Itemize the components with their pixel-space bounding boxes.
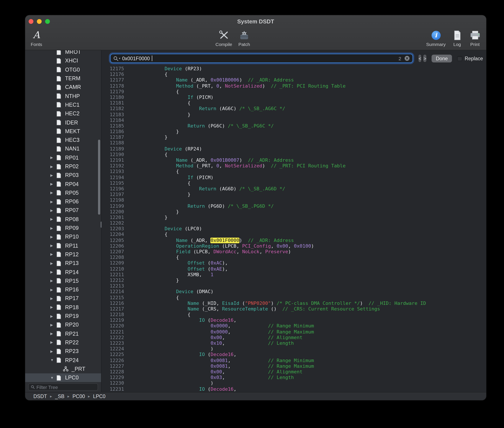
toolbar-button-compile[interactable]: Compile [211,29,237,49]
toolbar-button-patch[interactable]: Patch [234,29,254,49]
disclosure-triangle-icon[interactable] [50,341,56,345]
disclosure-triangle-icon[interactable] [50,182,56,186]
code-lines[interactable]: 12175 Device (RP23)12176 {12177 Name (_A… [101,66,486,392]
sidebar-item-hec3[interactable]: HEC3 [25,136,101,145]
sidebar-item-label: RP01 [65,155,79,161]
sidebar-item-rp02[interactable]: RP02 [25,162,101,171]
sidebar-item-rp10[interactable]: RP10 [25,232,101,241]
sidebar-item-label: MROT [65,50,81,55]
sidebar-item-otg0[interactable]: OTG0 [25,65,101,74]
sidebar-item-rp24[interactable]: RP24 [25,356,101,365]
sidebar-item-rp13[interactable]: RP13 [25,259,101,268]
disclosure-triangle-icon[interactable] [50,262,56,265]
breadcrumb-item[interactable]: PC00 [73,394,85,399]
disclosure-triangle-icon[interactable] [50,226,56,230]
sidebar-item-rp12[interactable]: RP12 [25,250,101,259]
disclosure-triangle-icon[interactable] [50,270,56,274]
disclosure-triangle-icon[interactable] [50,191,56,195]
sidebar-item-lpc0[interactable]: LPC0 [25,373,101,382]
breadcrumb-item[interactable]: DSDT [33,394,47,399]
disclosure-triangle-icon[interactable] [50,244,56,248]
sidebar-item-rp04[interactable]: RP04 [25,180,101,189]
disclosure-triangle-icon[interactable] [50,323,56,327]
disclosure-triangle-icon[interactable] [50,332,56,336]
sidebar-item-rp11[interactable]: RP11 [25,241,101,250]
disclosure-triangle-icon[interactable] [50,305,56,309]
sidebar-item-term[interactable]: TERM [25,74,101,83]
sidebar-item-ider[interactable]: IDER [25,118,101,127]
disclosure-triangle-icon[interactable] [50,165,56,168]
sidebar-item-hec1[interactable]: HEC1 [25,101,101,109]
filter-tree-field[interactable]: Filter Tree [28,383,98,391]
code-line: 12219 IO (Decode16, [101,318,486,323]
sidebar-item-nan1[interactable]: NAN1 [25,145,101,154]
disclosure-triangle-icon[interactable] [50,279,56,283]
done-button[interactable]: Done [431,54,452,62]
sidebar-item-rp01[interactable]: RP01 [25,153,101,162]
sidebar-item-rp17[interactable]: RP17 [25,294,101,303]
disclosure-triangle-icon[interactable] [50,296,56,301]
sidebar-item-rp07[interactable]: RP07 [25,206,101,215]
sidebar-item-camr[interactable]: CAMR [25,83,101,92]
sidebar-item-rp09[interactable]: RP09 [25,224,101,233]
find-input[interactable]: ▾ 0x001F0000 2 [110,54,413,63]
line-number: 12181 [101,100,124,106]
sidebar-item-rp21[interactable]: RP21 [25,329,101,338]
line-number: 12204 [101,232,124,238]
sidebar-item-mekt[interactable]: MEKT [25,127,101,136]
titlebar[interactable]: System DSDT [25,15,486,28]
disclosure-triangle-icon[interactable] [50,376,56,380]
disclosure-triangle-icon[interactable] [50,235,56,239]
sidebar-item-label: RP13 [65,260,79,266]
line-number: 12192 [101,163,124,169]
close-button[interactable] [29,19,33,24]
sidebar-item-rp23[interactable]: RP23 [25,347,101,356]
find-next-button[interactable]: > [423,55,426,62]
disclosure-triangle-icon[interactable] [50,200,56,204]
find-previous-button[interactable]: < [419,55,421,62]
sidebar-item-xhci[interactable]: XHCI [25,57,101,66]
breadcrumb-item[interactable]: _SB [55,394,65,399]
sidebar-scrollbar[interactable] [98,140,100,215]
sidebar-item-nthp[interactable]: NTHP [25,92,101,101]
zoom-button[interactable] [45,19,50,24]
sidebar-item-rp08[interactable]: RP08 [25,215,101,224]
device-icon [56,331,63,337]
sidebar-item-hec2[interactable]: HEC2 [25,109,101,118]
disclosure-triangle-icon[interactable] [50,253,56,256]
clear-search-icon[interactable] [404,56,410,61]
sidebar-item-_prt[interactable]: _PRT [25,364,101,373]
disclosure-triangle-icon[interactable] [50,314,56,318]
code-line: 12200 } [101,209,486,214]
disclosure-triangle-icon[interactable] [50,288,56,292]
disclosure-triangle-icon[interactable] [50,217,56,221]
toolbar-button-log[interactable]: Log [449,29,465,49]
disclosure-triangle-icon[interactable] [50,173,56,177]
sidebar-item-rp19[interactable]: RP19 [25,312,101,321]
disclosure-triangle-icon[interactable] [50,349,56,353]
disclosure-triangle-icon[interactable] [50,156,56,160]
sidebar-item-rp14[interactable]: RP14 [25,268,101,277]
sidebar-item-rp16[interactable]: RP16 [25,285,101,294]
sidebar-item-rp18[interactable]: RP18 [25,303,101,312]
disclosure-triangle-icon[interactable] [50,209,56,213]
sidebar-item-rp22[interactable]: RP22 [25,338,101,347]
sidebar-tree[interactable]: MROTXHCIOTG0TERMCAMRNTHPHEC1HEC2IDERMEKT… [25,50,101,382]
disclosure-triangle-icon[interactable] [50,358,56,362]
sidebar-item-mrot[interactable]: MROT [25,50,101,57]
sidebar-item-rp06[interactable]: RP06 [25,197,101,206]
code-text: 0x00, // Alignment [124,335,303,340]
toolbar-button-print[interactable]: Print [466,29,484,49]
code-text: Method (_PRT, 0, NotSerialized) // _PRT:… [124,83,346,89]
replace-checkbox[interactable] [457,56,463,61]
sidebar-item-label: RP05 [65,190,79,196]
toolbar-button-fonts[interactable]: A Fonts [27,29,46,49]
sidebar-item-rp03[interactable]: RP03 [25,171,101,180]
sidebar-item-rp20[interactable]: RP20 [25,321,101,329]
sidebar-item-rp15[interactable]: RP15 [25,276,101,285]
code-text: Return (PG6D) /* \_SB_.PG6D */ [124,203,274,209]
toolbar-button-summary[interactable]: i Summary [423,29,449,49]
sidebar-item-rp05[interactable]: RP05 [25,189,101,198]
minimize-button[interactable] [37,19,42,24]
breadcrumb-item[interactable]: LPC0 [93,394,106,399]
